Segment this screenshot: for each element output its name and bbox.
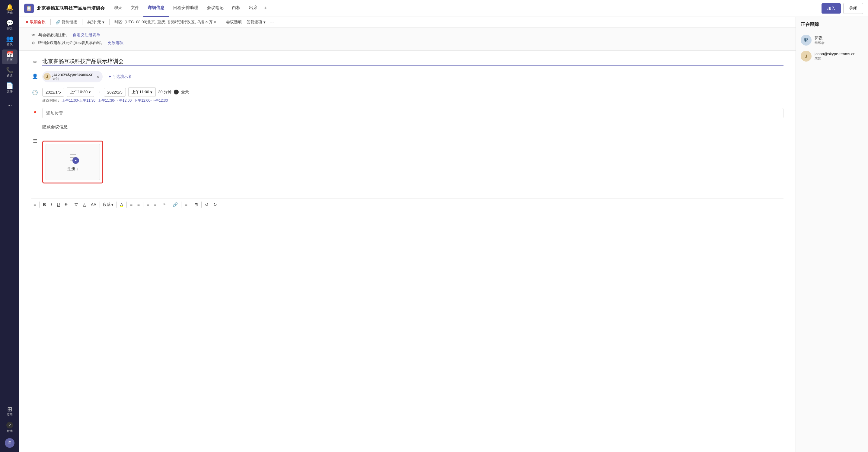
- download-icon: ↓: [76, 167, 79, 171]
- cancel-meeting-button[interactable]: ✕ 取消会议: [25, 19, 45, 25]
- tracking-item-0: 郭 郭强 组织者: [801, 32, 863, 48]
- toolbar-bullets-btn[interactable]: ≡: [31, 201, 38, 208]
- apps-icon: ⊞: [7, 406, 12, 412]
- notice-registration: 👁 与会者必须注册。 自定义注册表单: [31, 31, 783, 39]
- tracking-name-0: 郭强: [814, 35, 825, 41]
- datetime-row: 🕐 2022/1/5 上午10:30 ▾ → 2022/1/5 上午11:00: [31, 85, 783, 106]
- form-body: ✏ 👤 J jason@skype-teams.c: [19, 51, 796, 452]
- toolbar-quote-btn[interactable]: ❝: [161, 201, 168, 208]
- toolbar-align-left-btn[interactable]: ≡: [128, 201, 134, 208]
- copy-link-button[interactable]: 🔗 复制链接: [56, 19, 77, 25]
- toolbar-align-btn[interactable]: ≡: [183, 201, 189, 208]
- sidebar-item-activity[interactable]: 🔔 活动: [2, 2, 18, 17]
- toolbar-underline-btn[interactable]: U: [55, 201, 62, 208]
- top-bar: 📋 北京睿畅互联科技产品展示培训会 聊天 文件 详细信息 日程安排助理 会议笔记…: [19, 0, 868, 17]
- attendee-remove-button[interactable]: ✕: [96, 74, 100, 79]
- end-time-picker[interactable]: 上午11:00 ▾: [128, 87, 156, 97]
- section-label[interactable]: 隐藏会议信息: [42, 123, 68, 131]
- tab-add[interactable]: +: [262, 0, 270, 17]
- toolbar-fontsize-btn[interactable]: AA: [89, 201, 99, 208]
- toolbar-format2-btn[interactable]: △: [81, 201, 88, 208]
- sidebar-item-chat[interactable]: 💬 聊天: [2, 18, 18, 33]
- suggestion-2[interactable]: 上午11:30-下午12:00: [98, 98, 132, 103]
- toolbar-ordered-list-btn[interactable]: ≡: [152, 201, 158, 208]
- chevron-down-icon: ▾: [102, 20, 104, 25]
- datetime-section: 2022/1/5 上午10:30 ▾ → 2022/1/5 上午11:00 ▾: [42, 87, 783, 97]
- toolbar-redo-btn[interactable]: ↻: [211, 201, 219, 208]
- suggestion-1[interactable]: 上午11:00-上午11:30: [62, 98, 95, 103]
- timezone-dropdown[interactable]: 时区: (UTC+08:00)北京, 重庆, 香港特别行政区, 乌鲁木齐 ▾: [114, 19, 216, 25]
- toolbar-bold-btn[interactable]: B: [41, 201, 48, 208]
- join-button[interactable]: 加入: [822, 3, 841, 13]
- allday-toggle[interactable]: [174, 90, 179, 94]
- suggestion-3[interactable]: 下午12:00-下午12:30: [134, 98, 168, 103]
- editor-area[interactable]: ☰: [42, 136, 783, 196]
- datetime-content: 2022/1/5 上午10:30 ▾ → 2022/1/5 上午11:00 ▾: [42, 87, 783, 103]
- sidebar-item-calendar[interactable]: 📅 日历: [2, 50, 18, 64]
- start-time-picker[interactable]: 上午10:30 ▾: [67, 87, 94, 97]
- toolbar-table-btn[interactable]: ⊞: [192, 201, 200, 208]
- tab-schedule[interactable]: 日程安排助理: [169, 0, 203, 17]
- card-badge: [72, 157, 79, 164]
- tab-files[interactable]: 文件: [126, 0, 143, 17]
- more-options-button[interactable]: ···: [271, 20, 274, 25]
- tracking-role-1: 未知: [814, 56, 855, 61]
- tab-chat[interactable]: 聊天: [110, 0, 126, 17]
- user-avatar-area[interactable]: E: [2, 436, 18, 450]
- toolbar-sep-4: [126, 201, 127, 207]
- toolbar-link-btn[interactable]: 🔗: [170, 201, 180, 208]
- right-panel: 正在跟踪 郭 郭强 组织者 J jason@skype-teams.cn 未知: [796, 17, 868, 452]
- clock-icon: 🕐: [31, 87, 39, 95]
- meeting-options-button[interactable]: 会议选项: [226, 19, 242, 25]
- sidebar-item-teams-label: 团队: [7, 42, 13, 46]
- category-dropdown[interactable]: 类别: 无 ▾: [87, 19, 104, 25]
- sidebar-item-calls[interactable]: 📞 通话: [2, 65, 18, 80]
- attendee-tag[interactable]: J jason@skype-teams.cn 未知 ✕: [42, 71, 103, 83]
- toolbar-paragraph-dropdown[interactable]: 段落 ▾: [101, 201, 115, 208]
- chevron-down-icon-para: ▾: [112, 202, 114, 207]
- reply-options-dropdown[interactable]: 答复选项 ▾: [247, 19, 266, 25]
- svg-point-1: [75, 160, 76, 161]
- toolbar-italic-btn[interactable]: I: [49, 201, 54, 208]
- tracking-item-1: J jason@skype-teams.cn 未知: [801, 48, 863, 64]
- toolbar-align-center-btn[interactable]: ≡: [135, 201, 142, 208]
- location-input[interactable]: [42, 108, 783, 118]
- action-bar: ✕ 取消会议 🔗 复制链接 类别: 无 ▾ 时区: (UTC+08:00)北京,…: [19, 17, 796, 28]
- change-options-link[interactable]: 更改选项: [108, 40, 123, 45]
- chevron-down-icon-2: ▾: [214, 20, 216, 25]
- location-icon: 📍: [31, 108, 39, 116]
- files-icon: 📄: [6, 83, 13, 89]
- duration-display: 30 分钟: [158, 89, 172, 95]
- toolbar-sep-10: [201, 201, 202, 207]
- sidebar-item-help[interactable]: ? 帮助: [2, 420, 18, 435]
- tab-attendance[interactable]: 出席: [245, 0, 262, 17]
- sidebar-item-teams[interactable]: 👥 团队: [2, 34, 18, 48]
- sidebar-item-files-label: 文件: [7, 89, 13, 94]
- start-date-picker[interactable]: 2022/1/5: [42, 88, 64, 97]
- cancel-x-icon: ✕: [25, 20, 29, 25]
- toolbar-highlight-btn[interactable]: A: [118, 201, 125, 208]
- meeting-icon: 📋: [24, 4, 34, 13]
- sidebar-item-apps[interactable]: ⊞ 应用: [2, 404, 18, 419]
- card-label: 注册 ↓: [67, 166, 79, 172]
- toolbar-strikethrough-btn[interactable]: S: [62, 201, 69, 208]
- add-presenter-button[interactable]: + 可选演示者: [108, 74, 132, 79]
- customize-form-link[interactable]: 自定义注册表单: [73, 32, 100, 38]
- registration-card[interactable]: ☰: [45, 144, 100, 180]
- chevron-down-icon-3: ▾: [264, 20, 266, 25]
- calendar-icon: 📅: [6, 51, 13, 57]
- toolbar-undo-btn[interactable]: ↺: [203, 201, 211, 208]
- tab-detail[interactable]: 详细信息: [143, 0, 169, 17]
- sidebar-item-files[interactable]: 📄 文件: [2, 81, 18, 95]
- close-button[interactable]: 关闭: [843, 3, 863, 14]
- toolbar-sep-0: [39, 201, 39, 207]
- end-date-picker[interactable]: 2022/1/5: [104, 88, 126, 97]
- tab-notes[interactable]: 会议笔记: [203, 0, 228, 17]
- toolbar-format1-btn[interactable]: ▽: [72, 201, 80, 208]
- sidebar-item-more[interactable]: ···: [2, 100, 18, 110]
- tab-whiteboard[interactable]: 白板: [228, 0, 245, 17]
- chevron-down-icon-time2: ▾: [150, 90, 152, 94]
- meeting-title-input[interactable]: [42, 57, 783, 66]
- action-separator-4: [221, 19, 221, 25]
- toolbar-unordered-list-btn[interactable]: ≡: [145, 201, 151, 208]
